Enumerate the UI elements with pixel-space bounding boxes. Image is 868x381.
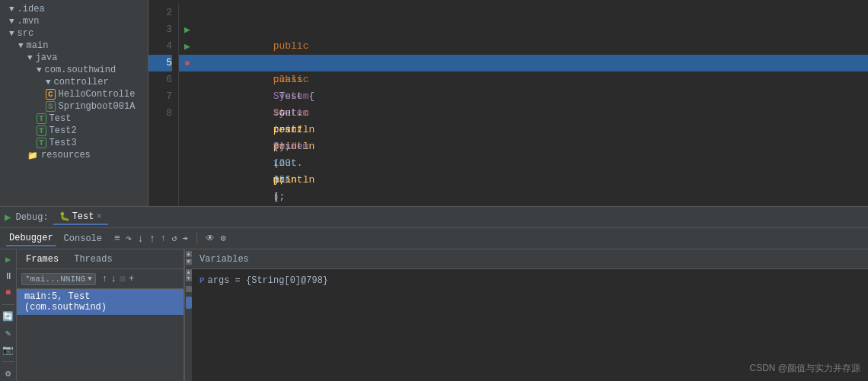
- frames-toolbar: *mai...NNING ▼ ↑ ↓ ⊞ +: [17, 269, 183, 289]
- frames-tab[interactable]: Frames: [23, 252, 62, 266]
- tree-item-controller[interactable]: ▼ controller: [0, 76, 148, 88]
- thread-dropdown[interactable]: *mai...NNING ▼: [21, 273, 96, 285]
- debug-label: Debug:: [15, 212, 48, 223]
- up-frame-icon[interactable]: ↑: [102, 273, 108, 284]
- system-class: System: [273, 141, 309, 152]
- run-to-cursor-icon[interactable]: ↑: [159, 232, 168, 246]
- bottom-content: ▶ ⏸ ■ 🔄 ✎ 📷 ⚙ Frames Threads: [0, 249, 868, 381]
- step-out-icon[interactable]: ↑: [148, 231, 157, 246]
- tab-test[interactable]: 🐛 Test ×: [53, 210, 108, 225]
- gutter-line-8: [179, 105, 196, 122]
- tree-item-mvn[interactable]: ▼ .mvn: [0, 15, 148, 27]
- resume-btn[interactable]: ▶: [2, 252, 15, 266]
- watch-icon[interactable]: 👁: [204, 231, 216, 246]
- camera-btn[interactable]: 📷: [2, 343, 15, 357]
- project-sidebar: ▼ .idea ▼ .mvn ▼ src ▼ main ▼ java: [0, 0, 148, 206]
- scroll-down2-btn[interactable]: ▼: [186, 275, 192, 281]
- folder-icon: ▼: [18, 41, 24, 50]
- stop-btn[interactable]: ■: [2, 286, 15, 300]
- keyword-public: public: [273, 40, 309, 52]
- tree-item-label: Test: [49, 113, 72, 124]
- editor-area: 2 3 4 5 6 7 8 ▶ ▶: [148, 0, 868, 206]
- resume-icon[interactable]: ▶: [5, 211, 11, 224]
- tree-item-label: java: [36, 52, 58, 63]
- evaluate-icon[interactable]: ↺: [170, 231, 178, 246]
- debugger-tab[interactable]: Debugger: [6, 231, 56, 246]
- pause-btn[interactable]: ⏸: [2, 269, 15, 283]
- var-type-icon: P: [199, 276, 205, 285]
- gutter-line-2: [179, 5, 196, 21]
- code-line-2: [202, 5, 868, 21]
- editor-content: 2 3 4 5 6 7 8 ▶ ▶: [148, 0, 868, 206]
- settings-btn[interactable]: ✎: [2, 326, 15, 340]
- breakpoint-icon[interactable]: ●: [184, 57, 190, 69]
- frames-panel: Frames Threads *mai...NNING ▼ ↑ ↓ ⊞ +: [17, 249, 184, 381]
- rerun-btn[interactable]: 🔄: [2, 310, 15, 323]
- gutter-line-7: [179, 88, 196, 105]
- folder-icon: 📁: [27, 151, 38, 160]
- tree-item-test[interactable]: T Test: [0, 113, 148, 125]
- toolbar-icons: ≡ ↷ ↓ ↑ ↑ ↺ ↠ | 👁 ⚙: [113, 230, 228, 246]
- code-line-3: public class Test {: [202, 21, 868, 38]
- tree-item-label: main: [27, 40, 49, 51]
- close-tab-icon[interactable]: ×: [96, 211, 101, 222]
- run-arrow-icon[interactable]: ▶: [184, 24, 190, 36]
- frame-item[interactable]: main:5, Test (com.southwind): [17, 289, 183, 315]
- code-area: public class Test { public static void: [196, 3, 868, 206]
- filter-icon[interactable]: ⊞: [120, 273, 126, 285]
- settings-icon[interactable]: ⚙: [219, 231, 227, 246]
- tree-item-label: HelloControlle: [59, 89, 136, 100]
- variables-label: Variables: [199, 254, 249, 265]
- more-icon[interactable]: ↠: [181, 231, 190, 246]
- left-debug-controls: ▶ ⏸ ■ 🔄 ✎ 📷 ⚙: [0, 249, 17, 381]
- infinity-btn[interactable]: [186, 297, 192, 309]
- tree-item-src[interactable]: ▼ src: [0, 27, 148, 40]
- run-arrow-icon[interactable]: ▶: [184, 40, 190, 52]
- tree-item-hello-controller[interactable]: C HelloControlle: [0, 88, 148, 100]
- step-over-icon[interactable]: ↷: [124, 230, 133, 246]
- gutter-line-4: ▶: [179, 38, 196, 55]
- tree-item-main[interactable]: ▼ main: [0, 40, 148, 52]
- tree-item-label: Test2: [49, 125, 77, 136]
- folder-icon: ▼: [37, 65, 42, 75]
- println-method: println: [273, 174, 315, 186]
- gear-btn[interactable]: ⚙: [2, 367, 15, 380]
- tree-item-test3[interactable]: T Test3: [0, 137, 148, 149]
- console-tab[interactable]: Console: [61, 232, 105, 246]
- tree-item-com-southwind[interactable]: ▼ com.southwind: [0, 64, 148, 76]
- frame-item-label: main:5, Test (com.southwind): [24, 291, 107, 313]
- variables-header: Variables: [192, 249, 868, 269]
- scroll-up-btn[interactable]: ▲: [186, 251, 192, 257]
- tree-item-label: Springboot001A: [59, 101, 136, 112]
- copy-icon[interactable]: [186, 286, 192, 292]
- tree-item-test2[interactable]: T Test2: [0, 125, 148, 137]
- gutter-line-6: [179, 71, 196, 88]
- var-item-label: args = {String[0]@798}: [208, 275, 328, 286]
- gutter: ▶ ▶ ●: [179, 3, 196, 206]
- frames-header: Frames Threads: [17, 249, 183, 269]
- tree-item-label: resources: [41, 150, 91, 160]
- tree-item-idea[interactable]: ▼ .idea: [0, 3, 148, 15]
- watermark: CSDN @颜值与实力并存源: [749, 362, 860, 375]
- tree-item-java[interactable]: ▼ java: [0, 52, 148, 64]
- tree-item-resources[interactable]: 📁 resources: [0, 149, 148, 161]
- thread-dropdown-label: *mai...NNING: [25, 275, 85, 284]
- scroll-up2-btn[interactable]: ▲: [186, 269, 192, 275]
- down-frame-icon[interactable]: ↓: [110, 273, 116, 284]
- tree-item-springboot[interactable]: S Springboot001A: [0, 100, 148, 113]
- gutter-line-3: ▶: [179, 21, 196, 38]
- bottom-debug-section: ▶ Debug: 🐛 Test × Debugger Console ≡ ↷ ↓: [0, 206, 868, 381]
- step-into-icon[interactable]: ↓: [136, 231, 145, 246]
- project-tree: ▼ .idea ▼ .mvn ▼ src ▼ main ▼ java: [0, 0, 148, 206]
- var-item-args: P args = {String[0]@798}: [199, 274, 860, 287]
- debug-controls-left: ▶: [5, 211, 11, 224]
- folder-icon: ▼: [9, 5, 14, 14]
- scroll-down-btn[interactable]: ▼: [186, 259, 192, 265]
- threads-tab[interactable]: Threads: [71, 252, 115, 266]
- tree-item-label: .idea: [18, 4, 45, 14]
- tree-item-label: src: [18, 28, 34, 39]
- add-frame-icon[interactable]: +: [129, 274, 134, 284]
- menu-icon[interactable]: ≡: [113, 231, 122, 246]
- test-icon: T: [37, 138, 46, 148]
- tree-item-label: com.southwind: [45, 65, 116, 75]
